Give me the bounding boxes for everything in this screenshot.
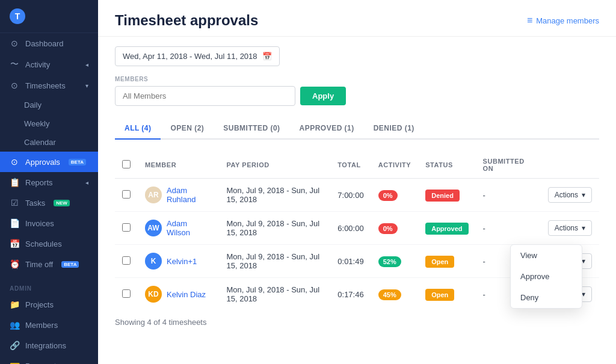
row-checkbox-cell xyxy=(115,212,138,245)
sidebar-item-invoices[interactable]: 📄 Invoices xyxy=(0,213,98,233)
members-label: Members xyxy=(25,321,58,330)
timeoff-icon: ⏰ xyxy=(10,259,19,269)
members-filter-label: MEMBERS xyxy=(115,76,599,82)
sidebar-item-calendar[interactable]: Calendar xyxy=(0,133,98,152)
table-row: AW Adam Wilson Mon, Jul 9, 2018 - Sun, J… xyxy=(115,212,599,245)
col-status: Status xyxy=(418,152,475,179)
actions-cell: Actions ▾ xyxy=(541,179,599,212)
total-cell: 6:00:00 xyxy=(330,212,371,245)
row-checkbox-cell xyxy=(115,245,138,278)
sidebar-item-label: Dashboard xyxy=(25,39,64,48)
invoices-icon: 📄 xyxy=(10,218,19,228)
tab-open[interactable]: OPEN (2) xyxy=(161,118,214,140)
invoices-label: Invoices xyxy=(25,219,54,228)
activity-cell: 0% xyxy=(371,212,419,245)
sidebar-item-activity[interactable]: 〜 Activity ◂ xyxy=(0,54,98,75)
actions-button[interactable]: Actions ▾ xyxy=(548,220,592,236)
row-checkbox[interactable] xyxy=(122,223,131,232)
sidebar: T ⊙ Dashboard 〜 Activity ◂ ⊙ Timesheets … xyxy=(0,0,98,364)
sidebar-item-label: Activity xyxy=(25,60,50,69)
select-all-checkbox[interactable] xyxy=(122,160,131,168)
dashboard-icon: ⊙ xyxy=(10,39,19,48)
schedules-icon: 📅 xyxy=(10,239,19,248)
col-total: Total xyxy=(330,152,371,179)
tab-denied[interactable]: DENIED (1) xyxy=(364,118,424,140)
status-badge: Open xyxy=(425,289,454,301)
avatar: AW xyxy=(145,220,162,236)
integrations-label: Integrations xyxy=(25,341,66,350)
sidebar-item-schedules[interactable]: 📅 Schedules xyxy=(0,233,98,254)
approvals-label: Approvals xyxy=(25,158,60,167)
sidebar-item-payments[interactable]: 💳 Payments ◂ xyxy=(0,356,98,364)
sidebar-item-timeoff[interactable]: ⏰ Time off BETA xyxy=(0,254,98,274)
sidebar-item-integrations[interactable]: 🔗 Integrations xyxy=(0,335,98,356)
main-content: Timesheet approvals ≡ Manage members Wed… xyxy=(98,0,616,364)
row-checkbox[interactable] xyxy=(122,256,131,265)
sidebar-item-tasks[interactable]: ☑ Tasks NEW xyxy=(0,193,98,213)
sidebar-item-dashboard[interactable]: ⊙ Dashboard xyxy=(0,33,98,54)
timesheets-table-container: Member Pay period Total Activity Status … xyxy=(115,152,599,327)
row-checkbox[interactable] xyxy=(122,289,131,298)
timeoff-label: Time off xyxy=(25,260,53,269)
sidebar-item-daily[interactable]: Daily xyxy=(0,96,98,114)
row-checkbox[interactable] xyxy=(122,190,131,199)
beta-badge-timeoff: BETA xyxy=(61,261,79,268)
showing-count: Showing 4 of 4 timesheets xyxy=(115,318,599,327)
payments-label: Payments xyxy=(25,362,60,365)
tab-submitted[interactable]: SUBMITTED (0) xyxy=(214,118,289,140)
sidebar-item-reports[interactable]: 📋 Reports ◂ xyxy=(0,172,98,193)
member-link[interactable]: KD Kelvin Diaz xyxy=(145,286,212,303)
page-title: Timesheet approvals xyxy=(115,12,258,29)
activity-icon: 〜 xyxy=(10,59,19,70)
members-filter-section: MEMBERS Apply xyxy=(115,76,599,106)
calendar-label: Calendar xyxy=(24,138,56,147)
tab-approved[interactable]: APPROVED (1) xyxy=(290,118,364,140)
date-range-value: Wed, Apr 11, 2018 - Wed, Jul 11, 2018 xyxy=(123,52,257,61)
dropdown-deny[interactable]: Deny xyxy=(511,287,582,308)
sidebar-item-members[interactable]: 👥 Members xyxy=(0,315,98,335)
actions-dropdown: View Approve Deny xyxy=(510,244,582,309)
date-range-input[interactable]: Wed, Apr 11, 2018 - Wed, Jul 11, 2018 📅 xyxy=(115,46,280,66)
pay-period-cell: Mon, Jul 9, 2018 - Sun, Jul 15, 2018 xyxy=(219,179,330,212)
tasks-icon: ☑ xyxy=(10,198,19,208)
new-badge: NEW xyxy=(54,200,70,206)
sidebar-item-projects[interactable]: 📁 Projects xyxy=(0,294,98,315)
approvals-icon: ⊙ xyxy=(10,157,19,167)
apply-button[interactable]: Apply xyxy=(300,87,346,105)
sidebar-item-timesheets[interactable]: ⊙ Timesheets ▾ xyxy=(0,75,98,96)
member-link[interactable]: AR Adam Ruhland xyxy=(145,186,212,204)
chevron-down-icon: ▾ xyxy=(582,191,585,199)
total-cell: 0:01:49 xyxy=(330,245,371,278)
sidebar-item-approvals[interactable]: ⊙ Approvals BETA xyxy=(0,152,98,172)
daily-label: Daily xyxy=(24,100,42,110)
tab-all[interactable]: ALL (4) xyxy=(115,118,161,140)
sidebar-logo: T xyxy=(0,0,98,33)
member-link[interactable]: AW Adam Wilson xyxy=(145,219,212,237)
member-name: Adam Ruhland xyxy=(167,186,212,204)
dropdown-approve[interactable]: Approve xyxy=(511,266,582,287)
status-cell: Open xyxy=(418,245,475,278)
activity-cell: 52% xyxy=(371,245,419,278)
members-input[interactable] xyxy=(115,86,295,106)
pay-period-cell: Mon, Jul 9, 2018 - Sun, Jul 15, 2018 xyxy=(219,212,330,245)
actions-cell: Actions ▾ xyxy=(541,212,599,245)
sidebar-item-weekly[interactable]: Weekly xyxy=(0,114,98,133)
status-badge: Open xyxy=(425,256,454,268)
status-badge: Denied xyxy=(425,190,460,202)
status-cell: Denied xyxy=(418,179,475,212)
table-row: AR Adam Ruhland Mon, Jul 9, 2018 - Sun, … xyxy=(115,179,599,212)
timesheets-icon: ⊙ xyxy=(10,81,19,90)
manage-members-label: Manage members xyxy=(536,16,599,25)
actions-button[interactable]: Actions ▾ xyxy=(548,187,592,203)
activity-badge: 0% xyxy=(378,223,398,234)
main-body: Wed, Apr 11, 2018 - Wed, Jul 11, 2018 📅 … xyxy=(98,37,616,364)
submitted-on-cell: - xyxy=(476,179,541,212)
pay-period-cell: Mon, Jul 9, 2018 - Sun, Jul 15, 2018 xyxy=(219,245,330,278)
dropdown-view[interactable]: View xyxy=(511,245,582,266)
pay-period-cell: Mon, Jul 9, 2018 - Sun, Jul 15, 2018 xyxy=(219,278,330,311)
admin-section-label: ADMIN xyxy=(0,279,98,294)
activity-cell: 45% xyxy=(371,278,419,311)
chevron-icon: ◂ xyxy=(85,179,88,186)
manage-members-link[interactable]: ≡ Manage members xyxy=(527,15,599,26)
member-link[interactable]: K Kelvin+1 xyxy=(145,253,212,270)
